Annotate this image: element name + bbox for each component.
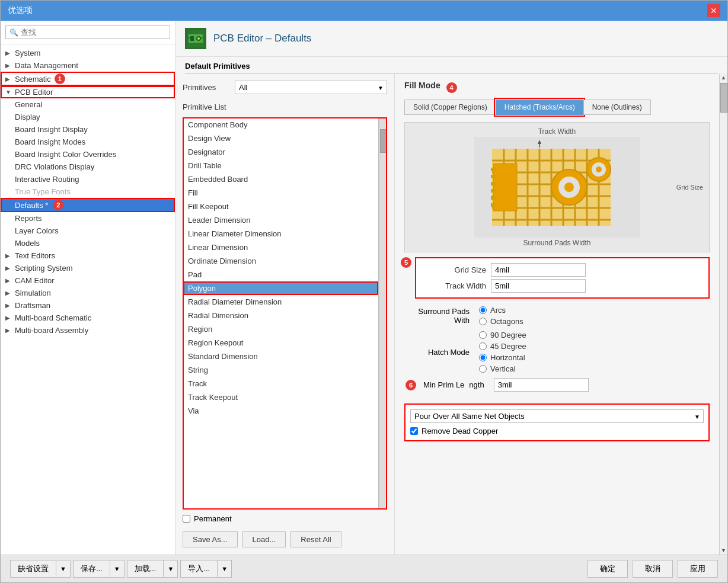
badge-4: 4 bbox=[446, 82, 457, 93]
grid-size-input[interactable] bbox=[491, 263, 586, 277]
hatch-horizontal-label[interactable]: Horizontal bbox=[479, 353, 526, 362]
sidebar-item-interactive-routing[interactable]: Interactive Routing bbox=[1, 173, 175, 185]
close-button[interactable]: ✕ bbox=[707, 4, 720, 17]
list-item[interactable]: Track Keepout bbox=[183, 390, 378, 404]
primitives-label: Primitives bbox=[183, 83, 230, 92]
surround-octagons-radio[interactable] bbox=[479, 318, 487, 325]
track-width-input[interactable] bbox=[491, 279, 586, 293]
save-button[interactable]: 保存... bbox=[73, 560, 110, 578]
list-item[interactable]: Ordinate Dimension bbox=[183, 254, 378, 268]
reset-all-button[interactable]: Reset All bbox=[290, 531, 341, 547]
fill-btn-hatched[interactable]: Hatched (Tracks/Arcs) bbox=[496, 100, 583, 115]
save-dropdown-arrow[interactable]: ▼ bbox=[110, 560, 124, 578]
list-item[interactable]: Pad bbox=[183, 268, 378, 281]
list-item[interactable]: Leader Dimension bbox=[183, 213, 378, 227]
sidebar-item-defaults[interactable]: Defaults * 2 bbox=[1, 198, 175, 212]
sidebar-item-simulation[interactable]: ▶ Simulation bbox=[1, 287, 175, 299]
fill-mode-buttons: Solid (Copper Regions) Hatched (Tracks/A… bbox=[404, 100, 710, 115]
list-scrollbar[interactable] bbox=[379, 117, 387, 510]
list-item[interactable]: Drill Table bbox=[183, 159, 378, 172]
primitives-dropdown[interactable]: All bbox=[235, 81, 387, 94]
list-item[interactable]: Linear Diameter Dimension bbox=[183, 227, 378, 241]
fill-btn-solid[interactable]: Solid (Copper Regions) bbox=[404, 100, 496, 115]
list-item[interactable]: Embedded Board bbox=[183, 172, 378, 186]
scroll-down-icon[interactable]: ▼ bbox=[721, 547, 726, 553]
hatch-45-radio[interactable] bbox=[479, 342, 487, 350]
preset-button[interactable]: 缺省设置 bbox=[10, 560, 56, 578]
sidebar-item-layer-colors[interactable]: Layer Colors bbox=[1, 225, 175, 237]
sidebar-item-schematic[interactable]: ▶ Schematic 1 bbox=[1, 72, 175, 86]
list-item[interactable]: Designator bbox=[183, 145, 378, 159]
hatch-horizontal-radio[interactable] bbox=[479, 354, 487, 361]
sidebar-item-multi-board-assembly[interactable]: ▶ Multi-board Assembly bbox=[1, 324, 175, 337]
load-button[interactable]: 加载... bbox=[127, 560, 164, 578]
fill-btn-none[interactable]: None (Outlines) bbox=[583, 100, 651, 115]
save-as-button[interactable]: Save As... bbox=[183, 531, 238, 547]
cancel-button[interactable]: 取消 bbox=[633, 560, 673, 578]
scrollbar-thumb[interactable] bbox=[380, 129, 387, 153]
import-dropdown-arrow[interactable]: ▼ bbox=[217, 560, 232, 578]
hatch-90-radio[interactable] bbox=[479, 331, 487, 339]
apply-button[interactable]: 应用 bbox=[678, 560, 718, 578]
hatch-vertical-radio[interactable] bbox=[479, 365, 487, 373]
sidebar-item-multi-board-schematic[interactable]: ▶ Multi-board Schematic bbox=[1, 312, 175, 324]
sidebar-item-models[interactable]: Models bbox=[1, 237, 175, 249]
surround-arcs-radio[interactable] bbox=[479, 306, 487, 314]
min-prim-length-input[interactable] bbox=[494, 378, 589, 392]
surround-arcs-label[interactable]: Arcs bbox=[479, 306, 523, 315]
svg-rect-26 bbox=[491, 175, 496, 178]
surround-octagons-label[interactable]: Octagons bbox=[479, 317, 523, 326]
sidebar-item-display[interactable]: Display bbox=[1, 111, 175, 123]
panel-body: Primitives All ▼ Primitive List bbox=[175, 73, 727, 555]
expand-arrow: ▶ bbox=[5, 50, 12, 56]
sidebar-item-true-type-fonts[interactable]: True Type Fonts bbox=[1, 185, 175, 198]
list-item-polygon[interactable]: Polygon bbox=[183, 281, 378, 295]
list-item[interactable]: Linear Dimension bbox=[183, 241, 378, 254]
sidebar-item-pcb-editor[interactable]: ▼ PCB Editor bbox=[1, 86, 175, 98]
dialog-title: 优选项 bbox=[8, 5, 33, 16]
sidebar-item-board-insight-display[interactable]: Board Insight Display bbox=[1, 123, 175, 136]
sidebar-item-scripting-system[interactable]: ▶ Scripting System bbox=[1, 262, 175, 274]
list-item[interactable]: Radial Dimension bbox=[183, 309, 378, 322]
panel-scrollbar[interactable]: ▲ ▼ bbox=[719, 73, 727, 555]
list-item[interactable]: String bbox=[183, 363, 378, 377]
grid-track-properties: Grid Size Track Width bbox=[415, 257, 710, 299]
preset-dropdown-arrow[interactable]: ▼ bbox=[56, 560, 71, 578]
search-input[interactable] bbox=[21, 28, 166, 37]
pour-over-dropdown[interactable]: Pour Over All Same Net Objects bbox=[410, 409, 704, 423]
load-dropdown-arrow[interactable]: ▼ bbox=[163, 560, 178, 578]
list-item[interactable]: Radial Diameter Dimension bbox=[183, 295, 378, 309]
import-button[interactable]: 导入... bbox=[180, 560, 217, 578]
sidebar-item-drc-violations[interactable]: DRC Violations Display bbox=[1, 161, 175, 173]
list-item[interactable]: Component Body bbox=[183, 118, 378, 132]
list-item[interactable]: Region Keepout bbox=[183, 336, 378, 350]
sidebar-item-cam-editor[interactable]: ▶ CAM Editor bbox=[1, 274, 175, 287]
sidebar-item-draftsman[interactable]: ▶ Draftsman bbox=[1, 299, 175, 312]
hatch-vertical-label[interactable]: Vertical bbox=[479, 364, 526, 373]
list-item[interactable]: Via bbox=[183, 404, 378, 418]
hatch-45-label[interactable]: 45 Degree bbox=[479, 342, 526, 351]
list-item[interactable]: Fill bbox=[183, 186, 378, 200]
sidebar-item-reports[interactable]: Reports bbox=[1, 212, 175, 225]
hatch-vertical-text: Vertical bbox=[490, 364, 516, 373]
panel-scrollbar-thumb[interactable] bbox=[720, 83, 727, 113]
list-item[interactable]: Region bbox=[183, 322, 378, 336]
list-item[interactable]: Fill Keepout bbox=[183, 200, 378, 213]
sidebar-item-system[interactable]: ▶ System bbox=[1, 47, 175, 59]
list-item[interactable]: Standard Dimension bbox=[183, 350, 378, 363]
remove-dead-copper-checkbox[interactable] bbox=[410, 427, 418, 435]
hatch-90-label[interactable]: 90 Degree bbox=[479, 331, 526, 339]
ok-button[interactable]: 确定 bbox=[587, 560, 628, 578]
list-item[interactable]: Design View bbox=[183, 132, 378, 145]
list-item[interactable]: Track bbox=[183, 377, 378, 390]
sidebar-item-label: Schematic bbox=[15, 75, 51, 84]
sidebar-item-general[interactable]: General bbox=[1, 98, 175, 111]
sidebar-item-text-editors[interactable]: ▶ Text Editors bbox=[1, 249, 175, 262]
load-button[interactable]: Load... bbox=[242, 531, 286, 547]
permanent-checkbox[interactable] bbox=[183, 515, 190, 523]
sidebar-item-board-insight-color[interactable]: Board Insight Color Overrides bbox=[1, 148, 175, 161]
scroll-up-icon[interactable]: ▲ bbox=[721, 75, 726, 81]
sidebar-item-data-management[interactable]: ▶ Data Management bbox=[1, 59, 175, 72]
sidebar-item-board-insight-modes[interactable]: Board Insight Modes bbox=[1, 136, 175, 148]
sidebar-item-label: True Type Fonts bbox=[15, 187, 71, 196]
